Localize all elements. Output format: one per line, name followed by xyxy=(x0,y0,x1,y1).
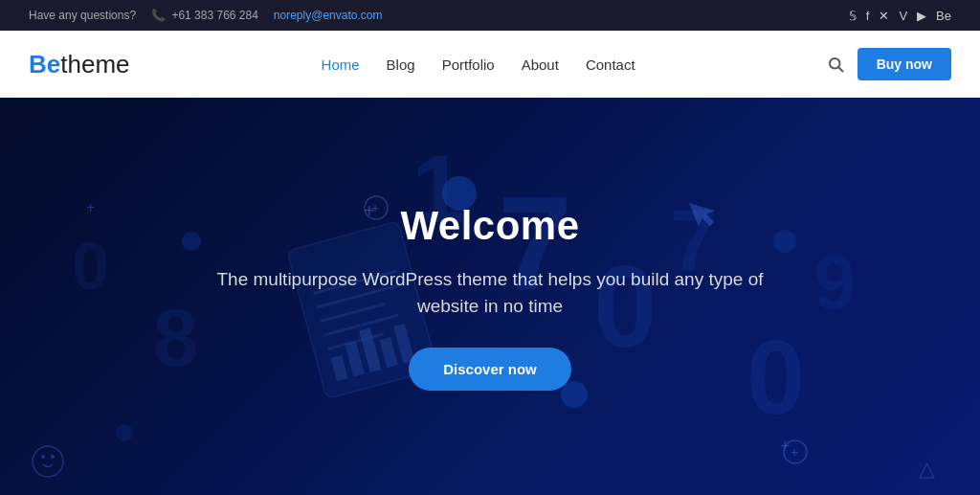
phone-number[interactable]: 📞 +61 383 766 284 xyxy=(151,9,258,22)
svg-text:+: + xyxy=(780,437,791,456)
hero-section: 7 0 1 7 8 0 0 9 + + xyxy=(0,98,980,495)
behance-icon[interactable]: Be xyxy=(936,9,951,23)
nav-home[interactable]: Home xyxy=(322,56,360,73)
top-bar-left: Have any questions? 📞 +61 383 766 284 no… xyxy=(29,9,382,22)
svg-text:△: △ xyxy=(919,457,935,481)
social-icons-bar: 𝕊 f ✕ V ▶ Be xyxy=(849,9,951,23)
svg-point-35 xyxy=(51,455,55,459)
nav-actions: Buy now xyxy=(827,48,951,80)
top-bar: Have any questions? 📞 +61 383 766 284 no… xyxy=(0,0,980,31)
search-button[interactable] xyxy=(827,56,844,73)
svg-text:+: + xyxy=(86,199,95,215)
hero-content: Welcome The multipurpose WordPress theme… xyxy=(212,203,768,391)
svg-line-1 xyxy=(838,67,842,71)
skype-icon[interactable]: 𝕊 xyxy=(849,9,857,23)
nav-about[interactable]: About xyxy=(522,56,559,73)
nav-portfolio[interactable]: Portfolio xyxy=(442,56,495,73)
main-nav: Home Blog Portfolio About Contact xyxy=(322,56,635,73)
phone-icon: 📞 xyxy=(151,9,166,22)
svg-text:+: + xyxy=(791,444,798,460)
logo[interactable]: Betheme xyxy=(29,50,130,79)
svg-point-23 xyxy=(182,232,201,251)
nav-contact[interactable]: Contact xyxy=(586,56,635,73)
logo-be: Be xyxy=(29,50,60,79)
search-icon xyxy=(827,56,844,73)
hero-title: Welcome xyxy=(400,203,579,249)
svg-text:9: 9 xyxy=(813,239,857,325)
svg-point-25 xyxy=(116,424,133,441)
discover-now-button[interactable]: Discover now xyxy=(409,348,571,391)
facebook-icon[interactable]: f xyxy=(866,9,870,23)
vimeo-icon[interactable]: V xyxy=(899,9,907,23)
youtube-icon[interactable]: ▶ xyxy=(917,9,926,23)
buy-now-button[interactable]: Buy now xyxy=(858,48,951,80)
question-text: Have any questions? xyxy=(29,9,136,22)
twitter-icon[interactable]: ✕ xyxy=(879,9,889,23)
svg-point-33 xyxy=(33,446,63,477)
hero-subtitle: The multipurpose WordPress theme that he… xyxy=(212,266,768,321)
svg-text:8: 8 xyxy=(153,292,198,383)
svg-point-24 xyxy=(773,230,796,253)
nav-blog[interactable]: Blog xyxy=(387,56,415,73)
header: Betheme Home Blog Portfolio About Contac… xyxy=(0,31,980,98)
svg-text:0: 0 xyxy=(72,229,109,304)
svg-point-31 xyxy=(784,440,807,463)
svg-point-34 xyxy=(41,455,45,459)
logo-theme: theme xyxy=(60,50,129,79)
email-link[interactable]: noreply@envato.com xyxy=(274,9,383,22)
